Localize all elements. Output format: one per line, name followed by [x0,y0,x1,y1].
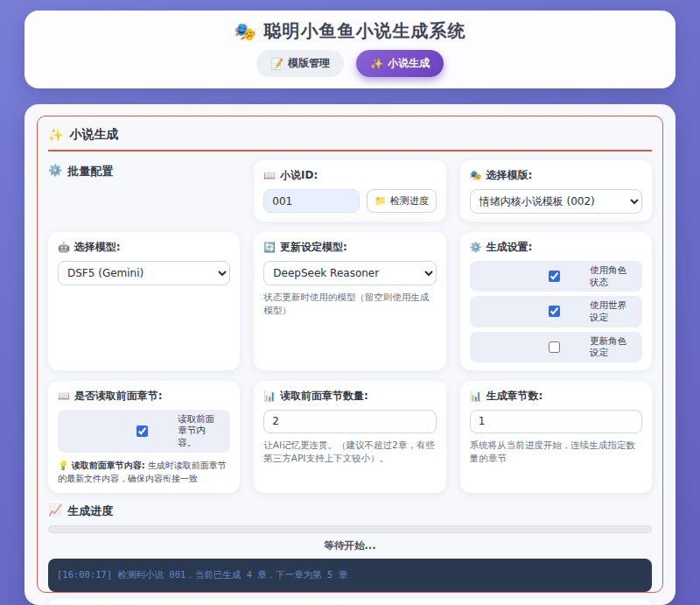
read-previous-label: 📖 是否读取前面章节: [58,389,230,404]
novel-id-label-text: 小说ID: [280,168,318,183]
update-model-help: 状态更新时使用的模型（留空则使用生成模型） [263,291,436,317]
sparkles-icon: ✨ [370,58,383,70]
tab-template-label: 模版管理 [288,56,330,71]
gear-icon: ⚙️ [48,164,62,222]
update-model-panel: 🔄 更新设定模型: DeepSeek Reasoner 状态更新时使用的模型（留… [254,232,445,370]
actions-panel: 🚀 开始连续生成 ⏹️ 停止生成 🔄 手动更新角色设定 [48,599,652,605]
chapter-count-label: 📊 生成章节数: [470,389,642,404]
book-icon: 📖 [263,170,276,181]
book-icon: 📖 [58,390,70,402]
tip-strong-text: 读取前面章节内容: [72,461,145,470]
gear-icon: ⚙️ [470,242,482,253]
tab-template-management[interactable]: 📝 模版管理 [256,50,344,77]
previous-count-input[interactable] [263,410,436,433]
theater-masks-icon: 🎭 [470,170,482,181]
log-line: [16:00:17] 检测到小说 001，当前已生成 4 章，下一章为第 5 章 [57,569,643,581]
app-title: 🎭 聪明小鱼鱼小说生成系统 [24,19,676,43]
theater-masks-icon: 🎭 [234,21,257,42]
section-title: ✨ 小说生成 [48,127,652,151]
template-label: 🎭 选择模版: [470,168,642,183]
read-previous-checkbox[interactable] [136,426,148,437]
progress-heading-text: 生成进度 [67,503,113,519]
novel-id-input[interactable] [263,189,360,213]
novel-id-panel: 📖 小说ID: 📁 检测进度 [254,160,445,222]
model-panel: 🤖 选择模型: DSF5 (Gemini) [48,232,240,370]
use-world-setting-label: 使用世界设定 [590,299,634,323]
update-model-select[interactable]: DeepSeek Reasoner [263,261,436,285]
use-role-state-checkbox[interactable] [549,271,560,282]
use-world-setting-checkbox[interactable] [549,306,560,317]
read-previous-tip: 💡 读取前面章节内容: 生成时读取前面章节的最新文件内容，确保内容衔接一致 [58,459,230,485]
check-progress-button[interactable]: 📁 检测进度 [367,189,437,213]
previous-count-label-text: 读取前面章节数量: [280,389,368,404]
chapter-count-input[interactable] [470,410,642,433]
novel-id-row: 📁 检测进度 [263,189,436,213]
previous-count-panel: 📊 读取前面章节数量: 让AI记忆更连贯。（建议不超过2章，有些第三方API支持… [254,381,445,493]
tab-novel-generation[interactable]: ✨ 小说生成 [356,50,444,77]
tab-bar: 📝 模版管理 ✨ 小说生成 [24,50,676,77]
progress-heading: 📈 生成进度 [48,503,652,519]
check-progress-label: 检测进度 [390,194,429,208]
robot-icon: 🤖 [58,242,70,253]
previous-count-help: 让AI记忆更连贯。（建议不超过2章，有些第三方API支持上下文较小）。 [263,439,436,465]
sparkles-icon: ✨ [48,128,63,142]
chapter-count-panel: 📊 生成章节数: 系统将从当前进度开始，连续生成指定数量的章节 [460,381,652,493]
template-label-text: 选择模版: [486,168,532,183]
model-select[interactable]: DSF5 (Gemini) [58,261,230,285]
read-previous-label-text: 是否读取前面章节: [74,389,163,404]
update-role-setting-checkbox[interactable] [549,341,560,353]
bar-chart-icon: 📊 [263,390,276,402]
memo-icon: 📝 [270,58,284,70]
model-label: 🤖 选择模型: [58,240,230,255]
read-previous-row: 读取前面章节内容。 [58,410,230,453]
log-console: [16:00:17] 检测到小说 001，当前已生成 4 章，下一章为第 5 章 [48,559,652,592]
bar-chart-icon: 📊 [470,390,482,402]
generation-settings-label: ⚙️ 生成设置: [470,240,642,255]
generation-settings-panel: ⚙️ 生成设置: 使用角色状态 使用世界设定 更新角色设定 [460,232,652,370]
folder-icon: 📁 [374,195,387,207]
novel-generation-card: ✨ 小说生成 ⚙️ 批量配置 📖 小说ID: 📁 [37,116,663,593]
read-previous-option-label: 读取前面章节内容。 [178,413,221,449]
chart-increasing-icon: 📈 [48,503,62,519]
page-background: 🎭 聪明小鱼鱼小说生成系统 📝 模版管理 ✨ 小说生成 ✨ 小说生成 ⚙️ [0,0,700,605]
use-role-state-label: 使用角色状态 [590,264,634,288]
novel-id-label: 📖 小说ID: [263,168,436,183]
main-card: ✨ 小说生成 ⚙️ 批量配置 📖 小说ID: 📁 [24,104,676,605]
section-title-text: 小说生成 [69,127,118,143]
progress-status-text: 等待开始... [48,539,652,552]
template-panel: 🎭 选择模版: 情绪内核小说模板 (002) [460,160,652,222]
chapter-count-label-text: 生成章节数: [486,389,542,404]
update-role-setting-label: 更新角色设定 [590,335,634,359]
app-header: 🎭 聪明小鱼鱼小说生成系统 📝 模版管理 ✨ 小说生成 [24,11,676,88]
batch-config-label: 批量配置 [67,164,113,222]
generation-settings-label-text: 生成设置: [486,240,532,255]
lightbulb-icon: 💡 [58,461,68,470]
template-select[interactable]: 情绪内核小说模板 (002) [470,189,642,214]
update-model-label-text: 更新设定模型: [280,240,347,255]
use-role-state-row: 使用角色状态 [470,261,642,292]
use-world-setting-row: 使用世界设定 [470,296,642,327]
update-role-setting-row: 更新角色设定 [470,332,642,362]
tab-novel-label: 小说生成 [388,56,430,71]
read-previous-panel: 📖 是否读取前面章节: 读取前面章节内容。 💡 读取前面章节内容: 生成时读取前… [48,381,240,493]
config-grid: ⚙️ 批量配置 📖 小说ID: 📁 检测进度 [48,160,652,493]
batch-config-heading: ⚙️ 批量配置 [48,160,240,222]
generation-progress-bar [48,525,652,533]
app-title-text: 聪明小鱼鱼小说生成系统 [263,19,466,43]
previous-count-label: 📊 读取前面章节数量: [263,389,436,404]
chapter-count-help: 系统将从当前进度开始，连续生成指定数量的章节 [470,439,642,465]
model-label-text: 选择模型: [74,240,121,255]
update-model-label: 🔄 更新设定模型: [263,240,436,255]
refresh-icon: 🔄 [263,242,276,253]
